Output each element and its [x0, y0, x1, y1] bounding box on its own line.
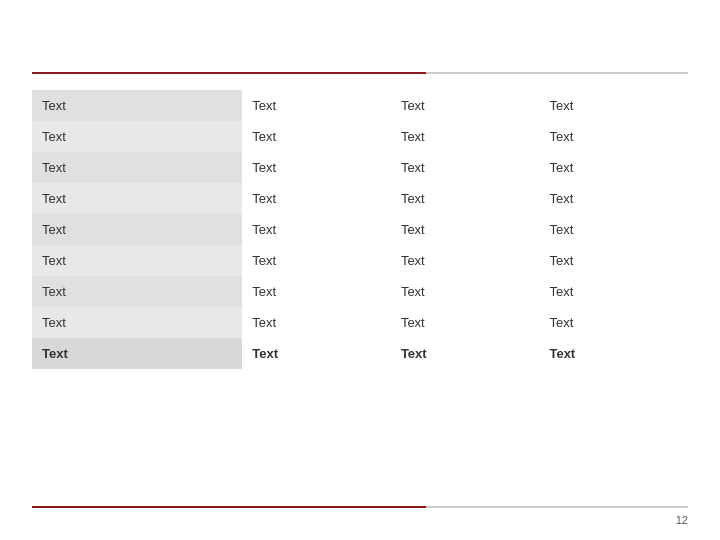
- cell-r8-c2: Text: [391, 338, 540, 369]
- cell-r8-c3: Text: [539, 338, 688, 369]
- table-row: TextTextTextText: [32, 90, 688, 121]
- cell-r7-c3: Text: [539, 307, 688, 338]
- cell-r4-c1: Text: [242, 214, 391, 245]
- cell-r1-c2: Text: [391, 121, 540, 152]
- page-number: 12: [676, 514, 688, 526]
- cell-r0-c2: Text: [391, 90, 540, 121]
- table-row: TextTextTextText: [32, 121, 688, 152]
- cell-r2-c0: Text: [32, 152, 242, 183]
- cell-r0-c3: Text: [539, 90, 688, 121]
- cell-r5-c0: Text: [32, 245, 242, 276]
- cell-r6-c3: Text: [539, 276, 688, 307]
- cell-r5-c1: Text: [242, 245, 391, 276]
- cell-r7-c2: Text: [391, 307, 540, 338]
- cell-r7-c1: Text: [242, 307, 391, 338]
- cell-r6-c1: Text: [242, 276, 391, 307]
- cell-r8-c0: Text: [32, 338, 242, 369]
- cell-r2-c2: Text: [391, 152, 540, 183]
- cell-r3-c1: Text: [242, 183, 391, 214]
- cell-r6-c0: Text: [32, 276, 242, 307]
- cell-r5-c3: Text: [539, 245, 688, 276]
- cell-r5-c2: Text: [391, 245, 540, 276]
- table-row: TextTextTextText: [32, 214, 688, 245]
- cell-r6-c2: Text: [391, 276, 540, 307]
- cell-r4-c2: Text: [391, 214, 540, 245]
- data-table: TextTextTextTextTextTextTextTextTextText…: [32, 90, 688, 369]
- cell-r4-c3: Text: [539, 214, 688, 245]
- cell-r3-c2: Text: [391, 183, 540, 214]
- cell-r0-c1: Text: [242, 90, 391, 121]
- cell-r4-c0: Text: [32, 214, 242, 245]
- bottom-decorative-line: [32, 506, 688, 508]
- table-row: TextTextTextText: [32, 183, 688, 214]
- cell-r7-c0: Text: [32, 307, 242, 338]
- table-row: TextTextTextText: [32, 307, 688, 338]
- cell-r1-c3: Text: [539, 121, 688, 152]
- cell-r2-c1: Text: [242, 152, 391, 183]
- main-content: TextTextTextTextTextTextTextTextTextText…: [32, 90, 688, 490]
- cell-r8-c1: Text: [242, 338, 391, 369]
- cell-r3-c3: Text: [539, 183, 688, 214]
- cell-r3-c0: Text: [32, 183, 242, 214]
- table-row: TextTextTextText: [32, 152, 688, 183]
- table-row: TextTextTextText: [32, 245, 688, 276]
- cell-r1-c1: Text: [242, 121, 391, 152]
- cell-r1-c0: Text: [32, 121, 242, 152]
- cell-r2-c3: Text: [539, 152, 688, 183]
- table-row: TextTextTextText: [32, 338, 688, 369]
- table-row: TextTextTextText: [32, 276, 688, 307]
- top-decorative-line: [32, 72, 688, 74]
- cell-r0-c0: Text: [32, 90, 242, 121]
